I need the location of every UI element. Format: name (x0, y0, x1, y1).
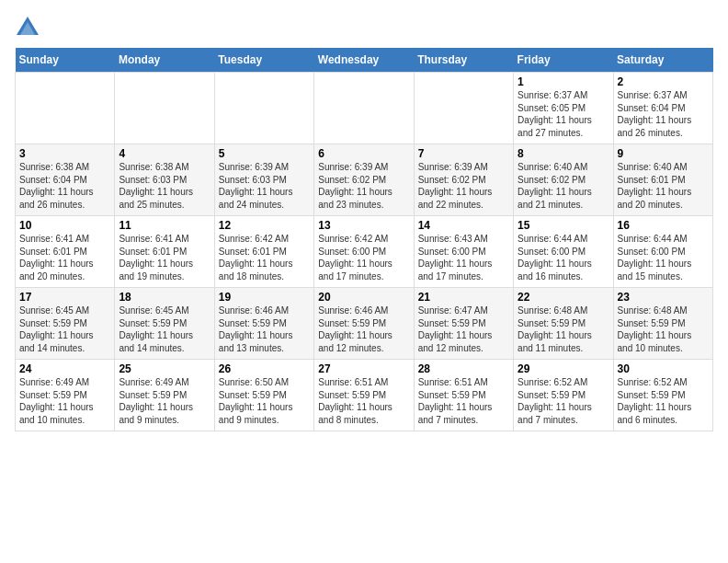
calendar-cell: 24Sunrise: 6:49 AMSunset: 5:59 PMDayligh… (16, 360, 115, 431)
page-header (15, 15, 713, 40)
calendar-cell: 12Sunrise: 6:42 AMSunset: 6:01 PMDayligh… (214, 216, 313, 288)
day-info: Sunrise: 6:45 AMSunset: 5:59 PMDaylight:… (119, 304, 210, 354)
day-info: Sunrise: 6:43 AMSunset: 6:00 PMDaylight:… (418, 233, 509, 282)
calendar-cell: 14Sunrise: 6:43 AMSunset: 6:00 PMDayligh… (414, 216, 513, 288)
calendar-cell: 3Sunrise: 6:38 AMSunset: 6:04 PMDaylight… (16, 144, 115, 216)
weekday-header-saturday: Saturday (613, 48, 712, 73)
calendar-cell: 21Sunrise: 6:47 AMSunset: 5:59 PMDayligh… (414, 288, 513, 360)
logo (15, 15, 44, 40)
day-number: 21 (418, 291, 509, 304)
day-info: Sunrise: 6:49 AMSunset: 5:59 PMDaylight:… (119, 376, 210, 426)
weekday-header-tuesday: Tuesday (214, 48, 313, 73)
day-info: Sunrise: 6:46 AMSunset: 5:59 PMDaylight:… (318, 304, 409, 354)
day-number: 3 (19, 147, 110, 160)
calendar-cell: 25Sunrise: 6:49 AMSunset: 5:59 PMDayligh… (115, 360, 214, 431)
day-number: 26 (219, 362, 310, 375)
day-info: Sunrise: 6:48 AMSunset: 5:59 PMDaylight:… (518, 304, 609, 354)
day-info: Sunrise: 6:48 AMSunset: 5:59 PMDaylight:… (618, 304, 709, 354)
day-number: 9 (618, 147, 709, 160)
calendar-cell (214, 73, 313, 144)
day-number: 16 (618, 219, 709, 232)
day-info: Sunrise: 6:40 AMSunset: 6:02 PMDaylight:… (518, 161, 609, 211)
calendar-cell (414, 73, 513, 144)
calendar-cell: 7Sunrise: 6:39 AMSunset: 6:02 PMDaylight… (414, 144, 513, 216)
day-info: Sunrise: 6:52 AMSunset: 5:59 PMDaylight:… (618, 376, 709, 426)
weekday-header-wednesday: Wednesday (314, 48, 414, 73)
calendar-cell: 5Sunrise: 6:39 AMSunset: 6:03 PMDaylight… (214, 144, 313, 216)
day-number: 20 (318, 291, 409, 304)
calendar-header: SundayMondayTuesdayWednesdayThursdayFrid… (16, 48, 713, 73)
day-info: Sunrise: 6:41 AMSunset: 6:01 PMDaylight:… (119, 233, 210, 282)
calendar-cell (115, 73, 214, 144)
day-info: Sunrise: 6:45 AMSunset: 5:59 PMDaylight:… (19, 304, 110, 354)
calendar-week-row: 1Sunrise: 6:37 AMSunset: 6:05 PMDaylight… (16, 73, 713, 144)
calendar-cell: 16Sunrise: 6:44 AMSunset: 6:00 PMDayligh… (613, 216, 712, 288)
day-number: 1 (518, 75, 609, 88)
calendar-cell (314, 73, 414, 144)
day-info: Sunrise: 6:52 AMSunset: 5:59 PMDaylight:… (518, 376, 609, 426)
day-info: Sunrise: 6:39 AMSunset: 6:03 PMDaylight:… (219, 161, 310, 211)
day-info: Sunrise: 6:47 AMSunset: 5:59 PMDaylight:… (418, 304, 509, 354)
calendar-body: 1Sunrise: 6:37 AMSunset: 6:05 PMDaylight… (16, 73, 713, 431)
weekday-header-sunday: Sunday (16, 48, 115, 73)
calendar-cell: 18Sunrise: 6:45 AMSunset: 5:59 PMDayligh… (115, 288, 214, 360)
calendar-cell (16, 73, 115, 144)
weekday-header-friday: Friday (514, 48, 613, 73)
calendar-cell: 29Sunrise: 6:52 AMSunset: 5:59 PMDayligh… (514, 360, 613, 431)
day-info: Sunrise: 6:41 AMSunset: 6:01 PMDaylight:… (19, 233, 110, 282)
calendar-cell: 10Sunrise: 6:41 AMSunset: 6:01 PMDayligh… (16, 216, 115, 288)
day-number: 19 (219, 291, 310, 304)
day-info: Sunrise: 6:44 AMSunset: 6:00 PMDaylight:… (618, 233, 709, 282)
day-info: Sunrise: 6:44 AMSunset: 6:00 PMDaylight:… (518, 233, 609, 282)
day-number: 23 (618, 291, 709, 304)
day-number: 28 (418, 362, 509, 375)
weekday-header-monday: Monday (115, 48, 214, 73)
calendar-cell: 4Sunrise: 6:38 AMSunset: 6:03 PMDaylight… (115, 144, 214, 216)
day-number: 27 (318, 362, 409, 375)
day-info: Sunrise: 6:38 AMSunset: 6:04 PMDaylight:… (19, 161, 110, 211)
calendar-table: SundayMondayTuesdayWednesdayThursdayFrid… (15, 48, 713, 431)
day-info: Sunrise: 6:39 AMSunset: 6:02 PMDaylight:… (318, 161, 409, 211)
day-number: 6 (318, 147, 409, 160)
calendar-cell: 6Sunrise: 6:39 AMSunset: 6:02 PMDaylight… (314, 144, 414, 216)
day-info: Sunrise: 6:50 AMSunset: 5:59 PMDaylight:… (219, 376, 310, 426)
calendar-week-row: 3Sunrise: 6:38 AMSunset: 6:04 PMDaylight… (16, 144, 713, 216)
day-info: Sunrise: 6:37 AMSunset: 6:04 PMDaylight:… (618, 89, 709, 139)
day-info: Sunrise: 6:40 AMSunset: 6:01 PMDaylight:… (618, 161, 709, 211)
day-number: 7 (418, 147, 509, 160)
calendar-cell: 8Sunrise: 6:40 AMSunset: 6:02 PMDaylight… (514, 144, 613, 216)
day-number: 11 (119, 219, 210, 232)
day-number: 12 (219, 219, 310, 232)
day-number: 18 (119, 291, 210, 304)
calendar-cell: 23Sunrise: 6:48 AMSunset: 5:59 PMDayligh… (613, 288, 712, 360)
day-info: Sunrise: 6:46 AMSunset: 5:59 PMDaylight:… (219, 304, 310, 354)
calendar-cell: 17Sunrise: 6:45 AMSunset: 5:59 PMDayligh… (16, 288, 115, 360)
calendar-week-row: 17Sunrise: 6:45 AMSunset: 5:59 PMDayligh… (16, 288, 713, 360)
day-number: 4 (119, 147, 210, 160)
day-number: 2 (618, 75, 709, 88)
calendar-week-row: 24Sunrise: 6:49 AMSunset: 5:59 PMDayligh… (16, 360, 713, 431)
calendar-cell: 19Sunrise: 6:46 AMSunset: 5:59 PMDayligh… (214, 288, 313, 360)
day-number: 14 (418, 219, 509, 232)
day-number: 13 (318, 219, 409, 232)
calendar-cell: 28Sunrise: 6:51 AMSunset: 5:59 PMDayligh… (414, 360, 513, 431)
day-number: 24 (19, 362, 110, 375)
day-number: 5 (219, 147, 310, 160)
day-info: Sunrise: 6:51 AMSunset: 5:59 PMDaylight:… (418, 376, 509, 426)
weekday-header-row: SundayMondayTuesdayWednesdayThursdayFrid… (16, 48, 713, 73)
day-number: 29 (518, 362, 609, 375)
logo-icon (15, 15, 40, 40)
calendar-cell: 26Sunrise: 6:50 AMSunset: 5:59 PMDayligh… (214, 360, 313, 431)
calendar-cell: 13Sunrise: 6:42 AMSunset: 6:00 PMDayligh… (314, 216, 414, 288)
calendar-week-row: 10Sunrise: 6:41 AMSunset: 6:01 PMDayligh… (16, 216, 713, 288)
day-number: 10 (19, 219, 110, 232)
day-info: Sunrise: 6:51 AMSunset: 5:59 PMDaylight:… (318, 376, 409, 426)
calendar-cell: 22Sunrise: 6:48 AMSunset: 5:59 PMDayligh… (514, 288, 613, 360)
calendar-cell: 2Sunrise: 6:37 AMSunset: 6:04 PMDaylight… (613, 73, 712, 144)
calendar-cell: 20Sunrise: 6:46 AMSunset: 5:59 PMDayligh… (314, 288, 414, 360)
calendar-cell: 27Sunrise: 6:51 AMSunset: 5:59 PMDayligh… (314, 360, 414, 431)
calendar-cell: 15Sunrise: 6:44 AMSunset: 6:00 PMDayligh… (514, 216, 613, 288)
day-info: Sunrise: 6:49 AMSunset: 5:59 PMDaylight:… (19, 376, 110, 426)
day-info: Sunrise: 6:37 AMSunset: 6:05 PMDaylight:… (518, 89, 609, 139)
day-number: 15 (518, 219, 609, 232)
